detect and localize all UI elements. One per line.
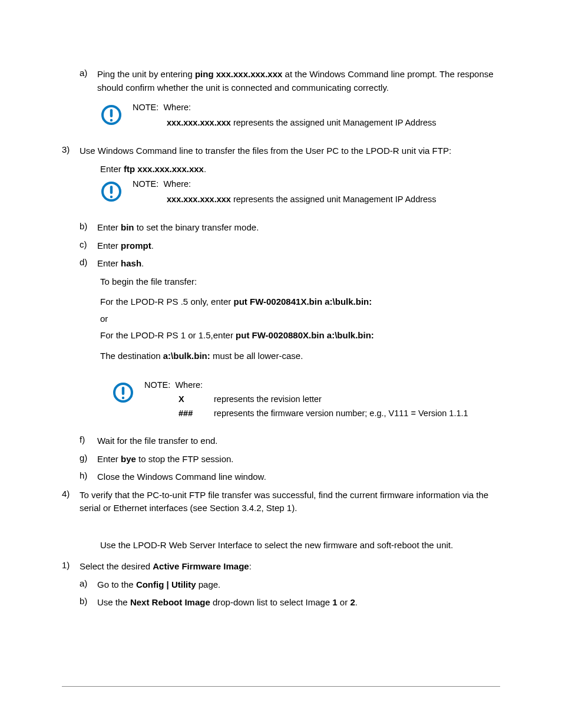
step-1b: 1) Select the desired Active Firmware Im… — [62, 560, 500, 574]
marker-f: f) — [80, 434, 97, 448]
cmd: ftp xxx.xxx.xxx.xxx — [124, 164, 204, 174]
content-h: Close the Windows Command line window. — [97, 470, 500, 484]
note-label: NOTE: — [133, 103, 158, 112]
text: The destination — [100, 351, 163, 361]
step1b-text: Select the desired Active Firmware Image… — [80, 560, 500, 574]
document-page: a) Ping the unit by entering ping xxx.xx… — [0, 0, 562, 728]
text: Enter — [97, 258, 121, 268]
text: . — [151, 241, 154, 251]
cmd: hash — [121, 258, 141, 268]
ps5-line: For the LPOD-R PS .5 only, enter put FW-… — [100, 295, 500, 309]
step3-text: Use Windows Command line to transfer the… — [80, 144, 500, 158]
step-3: 3) Use Windows Command line to transfer … — [62, 144, 500, 158]
list-item-f: f) Wait for the file transfer to end. — [80, 434, 500, 448]
list-item-b: b) Enter bin to set the binary transfer … — [80, 221, 500, 235]
text: Select the desired — [80, 561, 153, 571]
ps1-line: For the LPOD-R PS 1 or 1.5,enter put FW-… — [100, 329, 500, 342]
note-where: Where: — [163, 179, 191, 189]
info-icon — [100, 103, 133, 128]
marker-sub-a: a) — [80, 578, 97, 592]
svg-point-1 — [110, 119, 113, 121]
text: For the LPOD-R PS 1 or 1.5,enter — [100, 330, 236, 340]
text: Go to the — [97, 579, 136, 589]
text: . — [204, 164, 206, 174]
marker-h: h) — [80, 470, 97, 484]
note-body: NOTE: Where: X represents the revision l… — [144, 380, 500, 418]
bold: Next Reboot Image — [130, 597, 210, 607]
text: or — [338, 597, 351, 607]
content-d: Enter hash. — [97, 257, 500, 271]
marker-b: b) — [80, 221, 97, 235]
note-body: NOTE: Where: xxx.xxx.xxx.xxx represents … — [133, 179, 500, 204]
content-f: Wait for the file transfer to end. — [97, 434, 500, 448]
sub-item-b: b) Use the Next Reboot Image drop-down l… — [80, 596, 500, 610]
text: to stop the FTP session. — [136, 454, 234, 464]
text: Enter — [100, 164, 124, 174]
note-block-1: NOTE: Where: xxx.xxx.xxx.xxx represents … — [100, 103, 500, 128]
note-val: represents the assigned unit Management … — [231, 195, 437, 204]
note-where: Where: — [175, 380, 203, 390]
svg-rect-8 — [122, 387, 124, 395]
content-a: Ping the unit by entering ping xxx.xxx.x… — [97, 68, 500, 94]
bold: Active Firmware Image — [153, 561, 249, 571]
or-line: or — [100, 312, 500, 326]
text: to set the binary transfer mode. — [134, 222, 259, 232]
step4-text: To verify that the PC-to-unit FTP file t… — [80, 489, 500, 515]
note-key: xxx.xxx.xxx.xxx — [167, 118, 231, 127]
note-key: xxx.xxx.xxx.xxx — [167, 195, 231, 204]
step-4: 4) To verify that the PC-to-unit FTP fil… — [62, 489, 500, 515]
cmd: bye — [121, 454, 136, 464]
sub-item-a: a) Go to the Config | Utility page. — [80, 578, 500, 592]
marker-sub-b: b) — [80, 596, 97, 610]
note-block-2: NOTE: Where: xxx.xxx.xxx.xxx represents … — [100, 179, 500, 205]
marker-d: d) — [80, 257, 97, 271]
note-where: Where: — [163, 103, 191, 112]
info-icon — [100, 179, 133, 205]
note-val: represents the assigned unit Management … — [231, 118, 437, 127]
content-c: Enter prompt. — [97, 239, 500, 253]
note-key-hash: ### — [178, 409, 214, 418]
dest-line: The destination a:\bulk.bin: must be all… — [100, 350, 500, 363]
text: Enter — [97, 454, 121, 464]
note-label: NOTE: — [144, 380, 170, 390]
list-item-c: c) Enter prompt. — [80, 239, 500, 253]
list-item-d: d) Enter hash. — [80, 257, 500, 271]
web-intro: Use the LPOD-R Web Server Interface to s… — [100, 539, 500, 552]
cmd: prompt — [121, 241, 151, 251]
bold: 2 — [350, 597, 355, 607]
note-label: NOTE: — [133, 179, 158, 189]
marker-a: a) — [80, 68, 97, 94]
list-item-a: a) Ping the unit by entering ping xxx.xx… — [80, 68, 500, 94]
marker-c: c) — [80, 239, 97, 253]
bold: 1 — [332, 597, 337, 607]
note-body: NOTE: Where: xxx.xxx.xxx.xxx represents … — [133, 103, 500, 127]
text: . — [355, 597, 358, 607]
text: For the LPOD-R PS .5 only, enter — [100, 297, 233, 307]
text: Ping the unit by entering — [97, 69, 195, 79]
cmd: a:\bulk.bin: — [163, 351, 210, 361]
note-key-x: X — [178, 394, 214, 404]
begin-transfer: To begin the file transfer: — [100, 275, 500, 289]
svg-rect-5 — [110, 186, 113, 194]
text: Enter — [97, 222, 121, 232]
note-line: xxx.xxx.xxx.xxx represents the assigned … — [167, 118, 500, 127]
footer-divider — [62, 686, 500, 687]
marker-1b: 1) — [62, 560, 80, 574]
sub-a-text: Go to the Config | Utility page. — [97, 578, 500, 592]
note-row-hash: ### represents the firmware version numb… — [178, 409, 500, 418]
text: page. — [196, 579, 221, 589]
info-icon — [112, 380, 144, 406]
note-line: xxx.xxx.xxx.xxx represents the assigned … — [167, 195, 500, 204]
text: Use the — [97, 597, 130, 607]
note-val-hash: represents the firmware version number; … — [214, 409, 500, 418]
step3-enter: Enter ftp xxx.xxx.xxx.xxx. — [100, 163, 500, 176]
marker-4: 4) — [62, 489, 80, 515]
cmd: ping xxx.xxx.xxx.xxx — [195, 69, 282, 79]
text: . — [141, 258, 144, 268]
marker-g: g) — [80, 453, 97, 466]
cmd: put FW-0020841X.bin a:\bulk.bin: — [233, 297, 372, 307]
text: Enter — [97, 241, 121, 251]
text: : — [249, 561, 252, 571]
cmd: bin — [121, 222, 134, 232]
text: drop-down list to select Image — [210, 597, 333, 607]
